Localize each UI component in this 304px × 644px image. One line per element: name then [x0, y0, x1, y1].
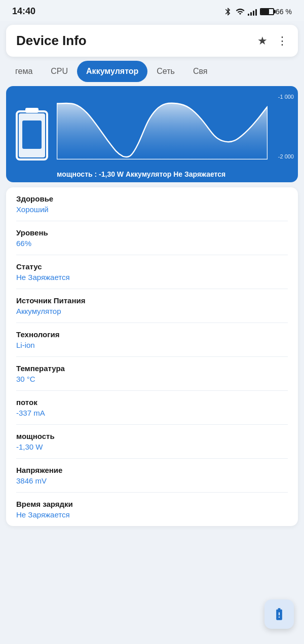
header-actions: ★ ⋮ [257, 34, 288, 48]
svg-rect-3 [22, 120, 42, 149]
info-label-power: мощность [16, 432, 288, 440]
info-row-technology: Технология Li-ion [16, 323, 288, 357]
info-value-technology: Li-ion [16, 341, 288, 349]
info-row-power-source: Источник Питания Аккумулятор [16, 289, 288, 323]
info-value-voltage: 3846 mV [16, 476, 288, 485]
chart-power-label: мощность : -1,30 W [57, 170, 124, 178]
info-label-voltage: Напряжение [16, 466, 288, 474]
info-value-level: 66% [16, 239, 288, 248]
signal-bars [248, 8, 257, 16]
tab-tema[interactable]: гема [6, 61, 42, 82]
info-label-power-source: Источник Питания [16, 296, 288, 305]
info-value-temperature: 30 °C [16, 375, 288, 383]
info-value-status: Не Заряжается [16, 273, 288, 281]
chart-status-label: Аккумулятор Не Заряжается [126, 170, 225, 178]
battery-fab-icon [272, 607, 286, 621]
info-row-health: Здоровье Хороший [16, 187, 288, 221]
tab-network[interactable]: Сеть [147, 61, 184, 82]
svg-rect-1 [25, 108, 39, 113]
battery-chart [57, 91, 268, 159]
app-title: Device Info [16, 33, 87, 49]
battery-large-icon [14, 106, 50, 162]
app-header: Device Info ★ ⋮ [6, 25, 298, 57]
tab-cpu[interactable]: CPU [42, 61, 77, 82]
info-row-status: Статус Не Заряжается [16, 255, 288, 289]
info-value-current: -337 mA [16, 409, 288, 417]
battery-percent: 66 % [276, 8, 292, 16]
chart-bottom-label: мощность : -1,30 W Аккумулятор Не Заряжа… [57, 170, 294, 178]
chart-scale-labels: -1 000 -2 000 [278, 94, 294, 159]
battery-chart-area: -1 000 -2 000 мощность : -1,30 W Аккумул… [6, 86, 298, 182]
info-label-technology: Технология [16, 330, 288, 339]
info-row-current: поток -337 mA [16, 391, 288, 425]
bluetooth-icon [223, 7, 233, 16]
info-value-power-source: Аккумулятор [16, 307, 288, 315]
info-row-power: мощность -1,30 W [16, 425, 288, 459]
fab-battery-button[interactable] [264, 599, 294, 629]
chart-scale-2: -2 000 [278, 153, 294, 159]
status-bar: 14:40 66 % [0, 0, 304, 21]
info-label-current: поток [16, 398, 288, 407]
info-value-power: -1,30 W [16, 442, 288, 451]
info-label-status: Статус [16, 262, 288, 271]
tab-battery[interactable]: Аккумулятор [77, 61, 147, 82]
info-label-charge-time: Время зарядки [16, 500, 288, 508]
status-time: 14:40 [12, 6, 35, 17]
battery-icon [260, 8, 274, 15]
bookmark-button[interactable]: ★ [257, 34, 268, 48]
info-value-health: Хороший [16, 205, 288, 214]
info-row-temperature: Температура 30 °C [16, 357, 288, 391]
info-value-charge-time: Не Заряжается [16, 510, 288, 519]
tabs-container: гема CPU Аккумулятор Сеть Свя [0, 61, 304, 82]
info-row-charge-time: Время зарядки Не Заряжается [16, 493, 288, 526]
wifi-icon [236, 7, 245, 16]
menu-button[interactable]: ⋮ [277, 34, 288, 48]
info-row-voltage: Напряжение 3846 mV [16, 459, 288, 493]
tab-comms[interactable]: Свя [184, 61, 217, 82]
info-card: Здоровье Хороший Уровень 66% Статус Не З… [6, 187, 298, 526]
info-label-health: Здоровье [16, 194, 288, 203]
chart-scale-1: -1 000 [278, 94, 294, 100]
info-label-level: Уровень [16, 228, 288, 237]
info-label-temperature: Температура [16, 364, 288, 373]
status-icons: 66 % [223, 7, 292, 16]
info-row-level: Уровень 66% [16, 221, 288, 255]
battery-status-bar: 66 % [260, 8, 292, 16]
